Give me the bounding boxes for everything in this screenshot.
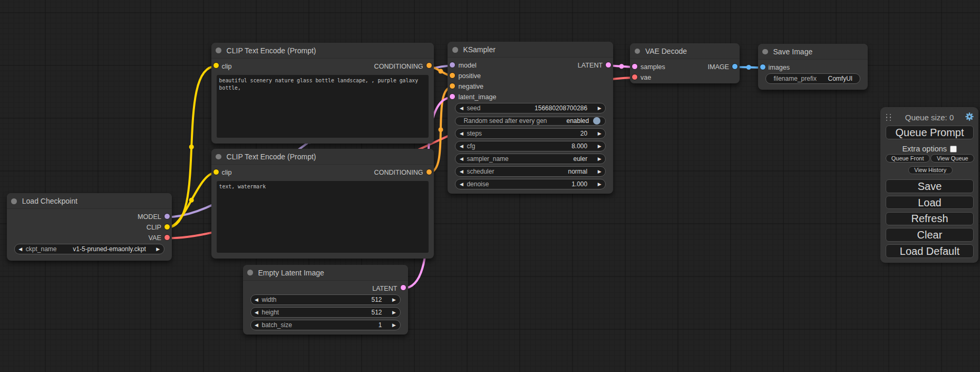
- widget-scheduler[interactable]: ◀schedulernormal▶: [455, 166, 606, 177]
- increment-arrow-icon[interactable]: ▶: [391, 320, 397, 330]
- widget-name: scheduler: [467, 167, 494, 176]
- view-history-button[interactable]: View History: [908, 166, 953, 174]
- widget-cfg[interactable]: ◀cfg8.000▶: [455, 141, 606, 151]
- node-save-image[interactable]: Save Imageimagesfilename_prefixComfyUI: [758, 44, 868, 90]
- increment-arrow-icon[interactable]: ▶: [596, 154, 603, 164]
- decrement-arrow-icon[interactable]: ◀: [254, 308, 260, 317]
- node-title-bar: Save Image: [758, 44, 868, 60]
- widget-sampler_name[interactable]: ◀sampler_nameeuler▶: [455, 154, 606, 164]
- decrement-arrow-icon[interactable]: ◀: [254, 320, 260, 330]
- output-slot-LATENT: LATENT: [243, 283, 408, 294]
- decrement-arrow-icon[interactable]: ◀: [458, 167, 464, 176]
- output-slot-label: LATENT: [372, 283, 397, 294]
- node-title: KSampler: [463, 42, 495, 58]
- decrement-arrow-icon[interactable]: ◀: [458, 154, 464, 164]
- prompt-textarea[interactable]: beautiful scenery nature glass bottle la…: [217, 75, 429, 138]
- input-slot-label: images: [769, 62, 790, 73]
- decrement-arrow-icon[interactable]: ◀: [17, 244, 24, 254]
- node-empty-latent-image[interactable]: Empty Latent ImageLATENT◀width512▶◀heigh…: [243, 265, 408, 335]
- widget-name: Random seed after every gen: [463, 117, 547, 125]
- widget-name: width: [262, 295, 277, 304]
- input-port-images[interactable]: [760, 64, 766, 70]
- node-title: Load Checkpoint: [22, 193, 77, 209]
- decrement-arrow-icon[interactable]: ◀: [458, 129, 464, 138]
- node-clip-text-encode-negative[interactable]: CLIP Text Encode (Prompt)clipCONDITIONIN…: [211, 149, 434, 259]
- output-port-CONDITIONING[interactable]: [426, 62, 432, 69]
- queue-front-button[interactable]: Queue Front: [886, 154, 930, 163]
- widget-seed[interactable]: ◀seed156680208700286▶: [455, 103, 606, 113]
- output-port-LATENT[interactable]: [400, 284, 406, 291]
- increment-arrow-icon[interactable]: ▶: [596, 179, 603, 189]
- widget-ckpt_name[interactable]: ◀ckpt_namev1-5-pruned-emaonly.ckpt▶: [14, 244, 164, 254]
- node-collapse-dot[interactable]: [762, 49, 768, 55]
- node-title: CLIP Text Encode (Prompt): [227, 43, 316, 59]
- settings-gear-icon[interactable]: [965, 112, 974, 121]
- node-title: CLIP Text Encode (Prompt): [227, 149, 316, 165]
- node-load-checkpoint[interactable]: Load CheckpointMODELCLIPVAE◀ckpt_namev1-…: [7, 193, 172, 261]
- output-port-VAE[interactable]: [164, 234, 170, 241]
- increment-arrow-icon[interactable]: ▶: [391, 295, 397, 304]
- input-slot-negative: negative: [448, 81, 613, 92]
- load-button[interactable]: Load: [886, 196, 974, 209]
- node-title-bar: CLIP Text Encode (Prompt): [211, 43, 434, 59]
- increment-arrow-icon[interactable]: ▶: [391, 308, 397, 317]
- node-collapse-dot[interactable]: [635, 49, 641, 54]
- node-collapse-dot[interactable]: [452, 47, 458, 53]
- node-title: Empty Latent Image: [258, 265, 324, 281]
- input-slot-label: latent_image: [458, 92, 496, 102]
- input-port-latent_image[interactable]: [449, 93, 455, 100]
- output-port-IMAGE[interactable]: [732, 63, 738, 70]
- increment-arrow-icon[interactable]: ▶: [596, 167, 603, 176]
- widget-steps[interactable]: ◀steps20▶: [455, 128, 606, 139]
- node-collapse-dot[interactable]: [216, 47, 221, 53]
- widget-denoise[interactable]: ◀denoise1.000▶: [455, 179, 606, 189]
- prompt-textarea[interactable]: text, watermark: [217, 181, 429, 253]
- increment-arrow-icon[interactable]: ▶: [155, 244, 161, 254]
- widget-value: 156680208700286: [535, 103, 587, 113]
- clear-button[interactable]: Clear: [886, 228, 974, 242]
- input-port-negative[interactable]: [449, 83, 455, 89]
- input-slot-images: images: [758, 62, 868, 73]
- input-port-positive[interactable]: [449, 72, 455, 79]
- node-vae-decode[interactable]: VAE DecodesamplesvaeIMAGE: [630, 43, 740, 83]
- output-port-CLIP[interactable]: [164, 224, 170, 230]
- node-title-bar: Load Checkpoint: [7, 193, 172, 209]
- increment-arrow-icon[interactable]: ▶: [596, 103, 603, 113]
- widget-batch_size[interactable]: ◀batch_size1▶: [250, 320, 401, 330]
- output-port-CONDITIONING[interactable]: [426, 169, 432, 175]
- output-port-MODEL[interactable]: [164, 213, 170, 220]
- node-collapse-dot[interactable]: [11, 198, 17, 204]
- save-button[interactable]: Save: [886, 179, 974, 193]
- input-port-vae[interactable]: [632, 74, 638, 80]
- node-ksampler[interactable]: KSamplermodelpositivenegativelatent_imag…: [448, 42, 613, 194]
- extra-options-checkbox[interactable]: [950, 146, 957, 152]
- decrement-arrow-icon[interactable]: ◀: [458, 179, 464, 189]
- widget-height[interactable]: ◀height512▶: [250, 307, 401, 318]
- toggle-indicator[interactable]: [593, 117, 600, 125]
- output-slot-label: VAE: [149, 233, 161, 243]
- widget-value: 1: [379, 320, 382, 330]
- node-title-bar: Empty Latent Image: [243, 265, 408, 281]
- decrement-arrow-icon[interactable]: ◀: [458, 103, 464, 113]
- widget-name: cfg: [467, 141, 475, 151]
- node-title: Save Image: [773, 44, 813, 60]
- output-slot-VAE: VAE: [7, 233, 172, 243]
- widget-random-seed-after-every-gen[interactable]: Random seed after every genenabled: [455, 117, 606, 126]
- increment-arrow-icon[interactable]: ▶: [596, 129, 603, 138]
- decrement-arrow-icon[interactable]: ◀: [254, 295, 260, 304]
- view-queue-button[interactable]: View Queue: [930, 154, 974, 163]
- increment-arrow-icon[interactable]: ▶: [596, 141, 603, 151]
- output-port-LATENT[interactable]: [605, 62, 612, 68]
- widget-width[interactable]: ◀width512▶: [250, 294, 401, 305]
- output-slot-label: IMAGE: [707, 62, 729, 72]
- decrement-arrow-icon[interactable]: ◀: [458, 141, 464, 151]
- node-clip-text-encode-positive[interactable]: CLIP Text Encode (Prompt)clipCONDITIONIN…: [211, 43, 434, 144]
- node-collapse-dot[interactable]: [247, 270, 253, 275]
- node-collapse-dot[interactable]: [216, 154, 221, 160]
- link-center-dot: [439, 127, 443, 132]
- output-slot-CONDITIONING: CONDITIONING: [211, 167, 434, 178]
- load-default-button[interactable]: Load Default: [886, 244, 974, 258]
- refresh-button[interactable]: Refresh: [886, 212, 974, 226]
- queue-prompt-button[interactable]: Queue Prompt: [886, 126, 974, 140]
- widget-filename_prefix[interactable]: filename_prefixComfyUI: [765, 73, 861, 84]
